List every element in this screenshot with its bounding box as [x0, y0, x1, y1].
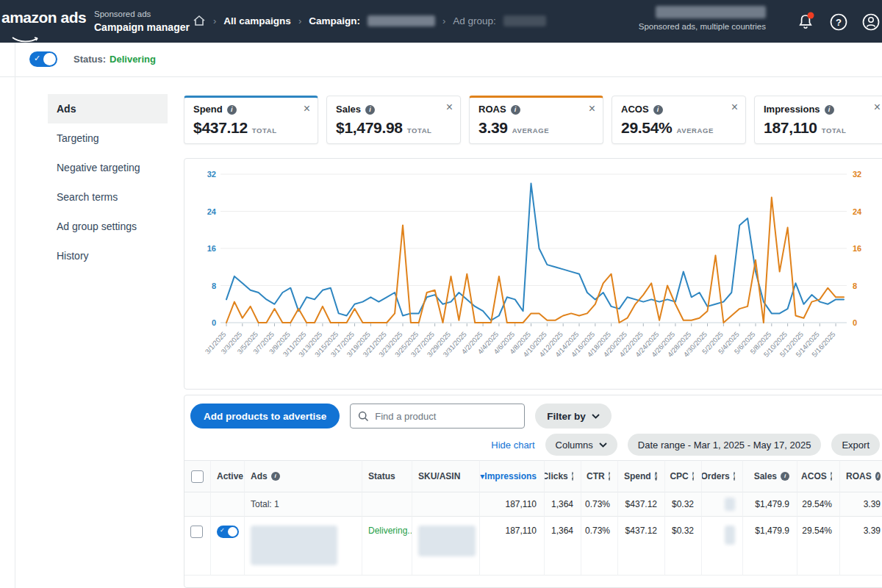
ads-table-card: Add products to advertise Filter by Hide…: [184, 395, 882, 588]
amazon-ads-logo[interactable]: amazon ads: [1, 9, 86, 26]
col-header-active[interactable]: Active: [211, 460, 245, 492]
info-icon[interactable]: i: [655, 472, 657, 481]
info-icon[interactable]: i: [653, 105, 663, 115]
y-axis-right-label: 32: [853, 170, 861, 179]
info-icon[interactable]: i: [572, 472, 573, 481]
breadcrumb-separator: ›: [298, 15, 301, 26]
col-header-ctr[interactable]: CTRi: [581, 460, 618, 492]
app-title: Campaign manager: [94, 21, 190, 34]
cell-ctr: 0.73%: [581, 492, 618, 517]
campaign-status-toggle[interactable]: ✓: [29, 51, 57, 67]
amazon-ads-campaign-manager: amazon ads Sponsored ads Campaign manage…: [0, 0, 882, 588]
col-header-impressions[interactable]: ▾ Impressions: [480, 460, 545, 492]
cell-cpc: $0.32: [665, 517, 702, 576]
table-total-row: Total: 1187,1101,3640.73%$437.12$0.32$1,…: [184, 492, 882, 517]
performance-chart-card: 00881616242432323/1/20253/3/20253/5/2025…: [184, 158, 882, 390]
hide-chart-link[interactable]: Hide chart: [491, 440, 534, 451]
sidebar-item-ads[interactable]: Ads: [48, 94, 168, 123]
col-header-spend[interactable]: Spendi: [618, 460, 665, 492]
account-icon[interactable]: [861, 12, 881, 32]
info-icon[interactable]: i: [227, 105, 237, 115]
col-header-status[interactable]: Status: [362, 460, 412, 492]
sidebar-item-targeting[interactable]: Targeting: [48, 123, 168, 153]
sidebar-item-negative-targeting[interactable]: Negative targeting: [48, 153, 168, 182]
add-products-button[interactable]: Add products to advertise: [190, 404, 340, 429]
info-icon[interactable]: i: [271, 472, 280, 481]
cell-ads: Total: 1: [245, 492, 362, 517]
y-axis-left-label: 8: [212, 282, 216, 290]
col-header-roas[interactable]: ROASi: [840, 460, 882, 492]
sidebar-item-search-terms[interactable]: Search terms: [48, 182, 168, 212]
y-axis-left-label: 16: [207, 244, 216, 253]
info-icon[interactable]: i: [511, 105, 520, 115]
y-axis-right-label: 8: [853, 282, 857, 290]
metric-card-acos[interactable]: ACOSi × 29.54%AVERAGE: [612, 96, 746, 144]
chevron-down-icon: [592, 414, 600, 419]
date-range-button[interactable]: Date range - Mar 1, 2025 - May 17, 2025: [628, 434, 822, 456]
col-header-clicks[interactable]: Clicksi: [545, 460, 581, 492]
redacted-campaign-name: [368, 15, 435, 26]
status-text: Status:Delivering: [74, 54, 156, 65]
info-icon[interactable]: i: [734, 472, 735, 481]
close-icon[interactable]: ×: [304, 102, 310, 115]
breadcrumb-all-campaigns[interactable]: All campaigns: [223, 15, 291, 26]
metric-card-impressions[interactable]: Impressionsi × 187,110TOTAL: [754, 96, 882, 144]
cell-sales: $1,479.9: [743, 517, 797, 576]
cell-sales: $1,479.9: [743, 492, 797, 517]
close-icon[interactable]: ×: [731, 101, 738, 114]
home-icon[interactable]: [193, 15, 206, 26]
notification-dot: [808, 12, 814, 19]
filter-by-dropdown[interactable]: Filter by: [535, 404, 612, 429]
col-header-ads[interactable]: Adsi: [245, 460, 362, 492]
col-header-orders[interactable]: Ordersi: [702, 460, 743, 492]
table-controls: Hide chart Columns Date range - Mar 1, 2…: [491, 434, 880, 456]
close-icon[interactable]: ×: [589, 102, 595, 115]
bell-icon[interactable]: [795, 12, 816, 32]
y-axis-right-label: 16: [853, 244, 861, 253]
account-scope-label: Sponsored ads, multiple countries: [575, 22, 766, 31]
col-header-sku-asin[interactable]: SKU/ASIN: [412, 460, 480, 492]
info-icon[interactable]: i: [365, 105, 375, 115]
close-icon[interactable]: ×: [446, 101, 453, 114]
row-active-toggle[interactable]: ✓: [217, 526, 239, 538]
cell-active: [211, 492, 245, 517]
export-button[interactable]: Export: [831, 434, 880, 456]
help-icon[interactable]: ?: [829, 12, 848, 32]
row-status: Delivering..: [368, 526, 412, 536]
metric-card-roas[interactable]: ROASi × 3.39AVERAGE: [469, 96, 603, 144]
chart-line-spend: [226, 184, 844, 320]
metric-card-sales[interactable]: Salesi × $1,479.98TOTAL: [326, 96, 461, 144]
svg-text:?: ?: [836, 17, 842, 28]
sidebar-item-history[interactable]: History: [48, 241, 168, 270]
metric-card-spend[interactable]: Spendi × $437.12TOTAL: [184, 96, 318, 144]
cell-cpc: $0.32: [665, 492, 702, 517]
info-icon[interactable]: i: [692, 472, 694, 481]
info-icon[interactable]: i: [875, 472, 881, 481]
info-icon[interactable]: i: [781, 472, 789, 481]
table-toolbar: Add products to advertise Filter by: [190, 404, 612, 429]
sidebar-item-ad-group-settings[interactable]: Ad group settings: [48, 212, 168, 241]
info-icon[interactable]: i: [609, 472, 610, 481]
col-header-acos[interactable]: ACOSi: [797, 460, 840, 492]
close-icon[interactable]: ×: [874, 101, 881, 114]
info-icon[interactable]: i: [831, 472, 832, 481]
y-axis-right-label: 24: [853, 207, 862, 216]
cell-orders: [702, 517, 743, 576]
select-all-checkbox[interactable]: [191, 470, 204, 483]
redacted-orders: [725, 526, 735, 545]
search-input[interactable]: [373, 410, 524, 423]
row-checkbox[interactable]: [190, 526, 203, 538]
info-icon[interactable]: i: [825, 105, 834, 115]
redacted-sku-asin: [418, 526, 476, 556]
account-switcher[interactable]: Sponsored ads, multiple countries: [575, 6, 766, 31]
cell-ads: [245, 517, 362, 576]
col-header-cpc[interactable]: CPCi: [665, 460, 702, 492]
col-header-sales[interactable]: Salesi: [743, 460, 797, 492]
cell-clicks: 1,364: [545, 492, 581, 517]
status-label: Status:: [74, 54, 106, 65]
breadcrumb-campaign[interactable]: Campaign:: [309, 15, 360, 26]
cell-orders: [702, 492, 743, 517]
cell-roas: 3.39: [840, 517, 882, 576]
columns-dropdown[interactable]: Columns: [545, 434, 617, 456]
y-axis-left-label: 24: [207, 207, 217, 216]
